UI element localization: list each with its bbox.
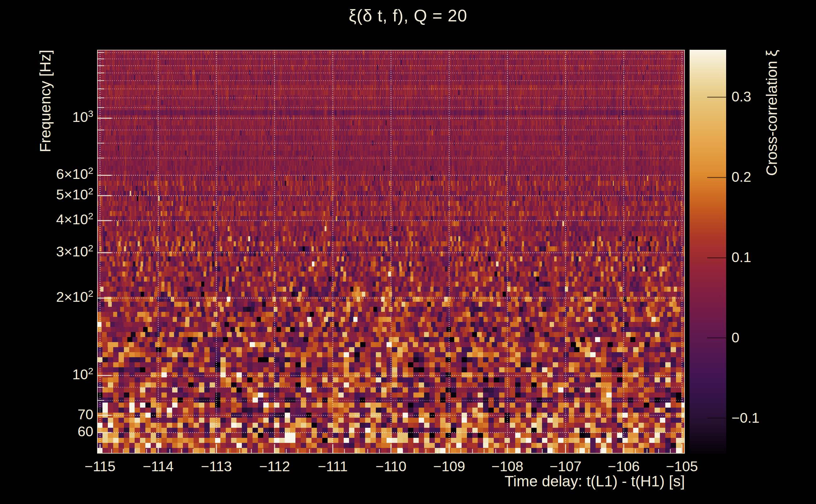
colorbar-tick-mark [707, 418, 726, 419]
y-tick-label: 5×102 [31, 187, 93, 202]
colorbar-gradient [690, 50, 726, 454]
y-tick-label: 4×102 [31, 212, 93, 226]
x-tick-label: −105 [657, 459, 707, 473]
x-tick-label: −107 [540, 459, 591, 473]
x-tick-label: −112 [250, 459, 300, 473]
x-tick-label: −109 [424, 459, 474, 473]
colorbar-tick-label: 0.1 [732, 250, 751, 264]
y-tick-label: 103 [31, 110, 93, 124]
x-tick-label: −108 [482, 459, 532, 473]
colorbar-tick-mark [707, 337, 726, 338]
x-axis-title: Time delay: t(L1) - t(H1) [s] [504, 473, 685, 490]
colorbar-tick-mark [707, 177, 726, 178]
colorbar-tick-mark [707, 257, 726, 258]
plot-title: ξ(δ t, f), Q = 20 [0, 6, 816, 25]
colorbar-tick-label: −0.1 [732, 411, 760, 425]
y-tick-label: 70 [31, 407, 93, 421]
y-tick-label: 102 [31, 367, 93, 381]
x-tick-label: −113 [191, 459, 242, 473]
x-tick-label: −110 [366, 459, 416, 473]
y-axis-title: Frequency [Hz] [37, 50, 54, 152]
colorbar-tick-label: 0.2 [732, 170, 751, 184]
colorbar-tick-label: 0 [732, 330, 739, 345]
colorbar-tick-label: 0.3 [732, 89, 751, 104]
y-tick-label: 6×102 [31, 167, 93, 181]
y-tick-label: 60 [31, 424, 93, 438]
colorbar-title: Cross-correlation ξ [763, 50, 780, 176]
x-tick-label: −114 [133, 459, 183, 473]
root-canvas: ξ(δ t, f), Q = 20 Frequency [Hz] Time de… [0, 0, 816, 504]
y-tick-label: 2×102 [31, 290, 93, 304]
x-tick-label: −106 [598, 459, 649, 473]
x-tick-label: −111 [308, 459, 358, 473]
heatmap-plot-area [97, 50, 685, 454]
colorbar-tick-mark [707, 97, 726, 98]
x-tick-label: −115 [75, 459, 125, 473]
y-tick-label: 3×102 [31, 244, 93, 259]
